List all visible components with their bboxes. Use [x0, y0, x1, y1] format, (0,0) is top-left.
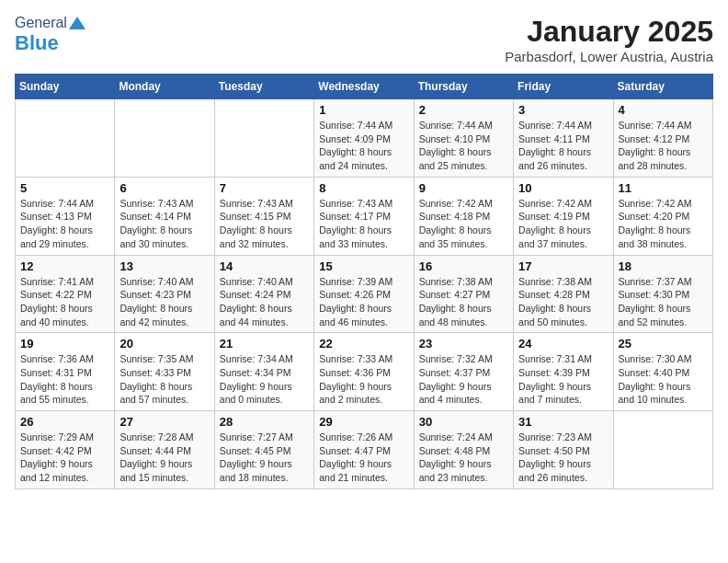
calendar-day-cell: 9Sunrise: 7:42 AM Sunset: 4:18 PM Daylig…	[414, 177, 513, 255]
calendar-day-cell: 8Sunrise: 7:43 AM Sunset: 4:17 PM Daylig…	[314, 177, 414, 255]
day-number: 27	[119, 415, 209, 429]
day-number: 20	[119, 337, 209, 350]
calendar-day-cell: 31Sunrise: 7:23 AM Sunset: 4:50 PM Dayli…	[514, 411, 613, 489]
day-info: Sunrise: 7:42 AM Sunset: 4:20 PM Dayligh…	[619, 197, 708, 251]
day-number: 9	[419, 181, 508, 195]
day-number: 19	[20, 337, 109, 350]
day-number: 29	[319, 415, 408, 429]
day-number: 8	[319, 181, 408, 195]
day-number: 16	[419, 259, 508, 273]
calendar-day-cell: 23Sunrise: 7:32 AM Sunset: 4:37 PM Dayli…	[414, 333, 513, 411]
calendar-day-cell	[613, 411, 712, 489]
day-info: Sunrise: 7:42 AM Sunset: 4:19 PM Dayligh…	[518, 197, 608, 251]
calendar-table: SundayMondayTuesdayWednesdayThursdayFrid…	[15, 74, 713, 489]
day-number: 31	[518, 415, 608, 429]
day-number: 12	[20, 259, 109, 273]
day-of-week-header: Friday	[514, 75, 613, 99]
day-info: Sunrise: 7:43 AM Sunset: 4:14 PM Dayligh…	[119, 197, 209, 251]
calendar-day-cell: 7Sunrise: 7:43 AM Sunset: 4:15 PM Daylig…	[214, 177, 313, 255]
page-title: January 2025	[505, 15, 713, 49]
calendar-week-row: 5Sunrise: 7:44 AM Sunset: 4:13 PM Daylig…	[16, 177, 713, 255]
day-info: Sunrise: 7:44 AM Sunset: 4:11 PM Dayligh…	[518, 119, 608, 173]
calendar-day-cell	[115, 99, 214, 178]
calendar-week-row: 1Sunrise: 7:44 AM Sunset: 4:09 PM Daylig…	[16, 99, 713, 178]
day-of-week-header: Sunday	[16, 75, 115, 99]
calendar-day-cell: 25Sunrise: 7:30 AM Sunset: 4:40 PM Dayli…	[613, 333, 712, 411]
day-info: Sunrise: 7:41 AM Sunset: 4:22 PM Dayligh…	[20, 275, 109, 329]
day-number: 1	[319, 103, 408, 117]
calendar-day-cell: 26Sunrise: 7:29 AM Sunset: 4:42 PM Dayli…	[16, 411, 115, 489]
calendar-day-cell: 19Sunrise: 7:36 AM Sunset: 4:31 PM Dayli…	[16, 333, 115, 411]
day-info: Sunrise: 7:23 AM Sunset: 4:50 PM Dayligh…	[518, 431, 608, 485]
calendar-day-cell: 22Sunrise: 7:33 AM Sunset: 4:36 PM Dayli…	[314, 333, 414, 411]
day-info: Sunrise: 7:42 AM Sunset: 4:18 PM Dayligh…	[419, 197, 508, 251]
day-info: Sunrise: 7:24 AM Sunset: 4:48 PM Dayligh…	[419, 431, 508, 485]
day-info: Sunrise: 7:34 AM Sunset: 4:34 PM Dayligh…	[220, 352, 309, 407]
day-number: 24	[518, 337, 608, 350]
calendar-day-cell: 13Sunrise: 7:40 AM Sunset: 4:23 PM Dayli…	[115, 255, 214, 333]
day-number: 4	[619, 103, 708, 117]
calendar-week-row: 26Sunrise: 7:29 AM Sunset: 4:42 PM Dayli…	[16, 411, 713, 489]
calendar-day-cell: 30Sunrise: 7:24 AM Sunset: 4:48 PM Dayli…	[414, 411, 513, 489]
logo-general-text: General	[15, 15, 67, 31]
title-block: January 2025 Parbasdorf, Lower Austria, …	[505, 15, 713, 64]
logo: General Blue	[15, 15, 85, 55]
day-info: Sunrise: 7:44 AM Sunset: 4:13 PM Dayligh…	[20, 197, 109, 251]
day-number: 21	[220, 337, 309, 350]
day-number: 17	[518, 259, 608, 273]
day-of-week-header: Saturday	[613, 75, 712, 99]
calendar-day-cell: 28Sunrise: 7:27 AM Sunset: 4:45 PM Dayli…	[214, 411, 313, 489]
logo-triangle-icon	[69, 17, 85, 29]
day-info: Sunrise: 7:44 AM Sunset: 4:10 PM Dayligh…	[419, 119, 508, 173]
calendar-day-cell: 15Sunrise: 7:39 AM Sunset: 4:26 PM Dayli…	[314, 255, 414, 333]
day-of-week-header: Thursday	[414, 75, 513, 99]
day-info: Sunrise: 7:32 AM Sunset: 4:37 PM Dayligh…	[419, 352, 508, 407]
calendar-day-cell: 16Sunrise: 7:38 AM Sunset: 4:27 PM Dayli…	[414, 255, 513, 333]
day-info: Sunrise: 7:30 AM Sunset: 4:40 PM Dayligh…	[619, 352, 708, 407]
day-info: Sunrise: 7:43 AM Sunset: 4:15 PM Dayligh…	[220, 197, 309, 251]
day-info: Sunrise: 7:40 AM Sunset: 4:23 PM Dayligh…	[119, 275, 209, 329]
calendar-day-cell: 12Sunrise: 7:41 AM Sunset: 4:22 PM Dayli…	[16, 255, 115, 333]
calendar-week-row: 12Sunrise: 7:41 AM Sunset: 4:22 PM Dayli…	[16, 255, 713, 333]
day-info: Sunrise: 7:44 AM Sunset: 4:12 PM Dayligh…	[619, 119, 708, 173]
calendar-day-cell: 3Sunrise: 7:44 AM Sunset: 4:11 PM Daylig…	[514, 99, 613, 178]
calendar-day-cell: 10Sunrise: 7:42 AM Sunset: 4:19 PM Dayli…	[514, 177, 613, 255]
calendar-header-row: SundayMondayTuesdayWednesdayThursdayFrid…	[16, 75, 713, 99]
day-of-week-header: Tuesday	[214, 75, 313, 99]
day-info: Sunrise: 7:29 AM Sunset: 4:42 PM Dayligh…	[20, 431, 109, 485]
day-number: 26	[20, 415, 109, 429]
day-info: Sunrise: 7:33 AM Sunset: 4:36 PM Dayligh…	[319, 352, 408, 407]
calendar-day-cell: 11Sunrise: 7:42 AM Sunset: 4:20 PM Dayli…	[613, 177, 712, 255]
day-info: Sunrise: 7:31 AM Sunset: 4:39 PM Dayligh…	[518, 352, 608, 407]
day-number: 14	[220, 259, 309, 273]
day-info: Sunrise: 7:40 AM Sunset: 4:24 PM Dayligh…	[220, 275, 309, 329]
page-subtitle: Parbasdorf, Lower Austria, Austria	[505, 49, 713, 64]
day-info: Sunrise: 7:38 AM Sunset: 4:28 PM Dayligh…	[518, 275, 608, 329]
calendar-day-cell: 27Sunrise: 7:28 AM Sunset: 4:44 PM Dayli…	[115, 411, 214, 489]
calendar-day-cell: 1Sunrise: 7:44 AM Sunset: 4:09 PM Daylig…	[314, 99, 414, 178]
day-number: 10	[518, 181, 608, 195]
day-number: 23	[419, 337, 508, 350]
calendar-day-cell: 17Sunrise: 7:38 AM Sunset: 4:28 PM Dayli…	[514, 255, 613, 333]
day-number: 30	[419, 415, 508, 429]
day-info: Sunrise: 7:39 AM Sunset: 4:26 PM Dayligh…	[319, 275, 408, 329]
calendar-day-cell: 14Sunrise: 7:40 AM Sunset: 4:24 PM Dayli…	[214, 255, 313, 333]
day-number: 11	[619, 181, 708, 195]
day-info: Sunrise: 7:28 AM Sunset: 4:44 PM Dayligh…	[119, 431, 209, 485]
day-number: 25	[619, 337, 708, 350]
day-number: 22	[319, 337, 408, 350]
day-number: 6	[119, 181, 209, 195]
day-info: Sunrise: 7:43 AM Sunset: 4:17 PM Dayligh…	[319, 197, 408, 251]
day-info: Sunrise: 7:44 AM Sunset: 4:09 PM Dayligh…	[319, 119, 408, 173]
calendar-day-cell	[214, 99, 313, 178]
calendar-day-cell: 24Sunrise: 7:31 AM Sunset: 4:39 PM Dayli…	[514, 333, 613, 411]
calendar-day-cell: 18Sunrise: 7:37 AM Sunset: 4:30 PM Dayli…	[613, 255, 712, 333]
calendar-day-cell: 6Sunrise: 7:43 AM Sunset: 4:14 PM Daylig…	[115, 177, 214, 255]
calendar-day-cell: 20Sunrise: 7:35 AM Sunset: 4:33 PM Dayli…	[115, 333, 214, 411]
calendar-day-cell	[16, 99, 115, 178]
day-info: Sunrise: 7:27 AM Sunset: 4:45 PM Dayligh…	[220, 431, 309, 485]
day-of-week-header: Monday	[115, 75, 214, 99]
day-info: Sunrise: 7:38 AM Sunset: 4:27 PM Dayligh…	[419, 275, 508, 329]
calendar-day-cell: 2Sunrise: 7:44 AM Sunset: 4:10 PM Daylig…	[414, 99, 513, 178]
day-number: 15	[319, 259, 408, 273]
